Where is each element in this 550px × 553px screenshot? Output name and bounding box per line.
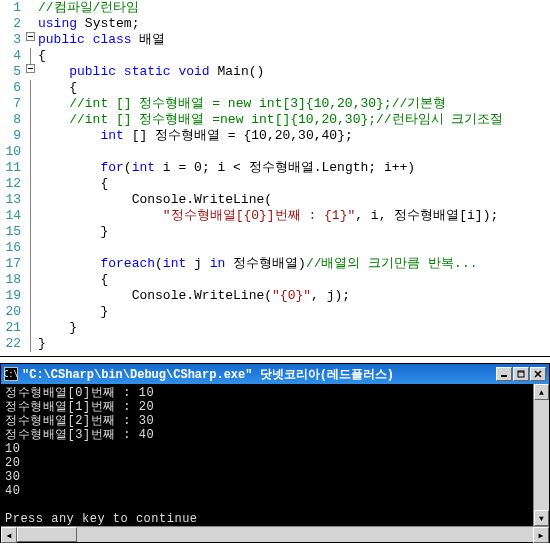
close-button[interactable]	[530, 367, 546, 381]
scrollbar-track[interactable]	[77, 527, 533, 542]
code-content[interactable]: //컴파일/런타임	[38, 0, 550, 16]
code-content[interactable]: {	[38, 176, 550, 192]
console-line	[5, 498, 531, 512]
token	[38, 256, 100, 271]
code-line[interactable]: 17 foreach(int j in 정수형배열)//배열의 크기만큼 반복.…	[0, 256, 550, 272]
code-line[interactable]: 3public class 배열	[0, 32, 550, 48]
code-content[interactable]: for(int i = 0; i < 정수형배열.Length; i++)	[38, 160, 550, 176]
code-content[interactable]: //int [] 정수형배열 =new int[]{10,20,30};//런타…	[38, 112, 550, 128]
code-line[interactable]: 22}	[0, 336, 550, 352]
console-line: 20	[5, 456, 531, 470]
line-number: 1	[0, 0, 22, 16]
token: 정수형배열	[249, 160, 314, 175]
token: }	[38, 304, 108, 319]
fold-gutter	[22, 112, 38, 128]
scroll-down-button[interactable]: ▼	[534, 510, 549, 526]
code-content[interactable]: {	[38, 80, 550, 96]
token: [i]);	[459, 208, 498, 223]
code-line[interactable]: 14 "정수형배열[{0}]번째 : {1}", i, 정수형배열[i]);	[0, 208, 550, 224]
code-line[interactable]: 4{	[0, 48, 550, 64]
code-content[interactable]: }	[38, 320, 550, 336]
fold-gutter[interactable]	[22, 64, 38, 73]
code-line[interactable]: 18 {	[0, 272, 550, 288]
code-content[interactable]: int [] 정수형배열 = {10,20,30,40};	[38, 128, 550, 144]
code-line[interactable]: 5 public static void Main()	[0, 64, 550, 80]
code-line[interactable]: 13 Console.WriteLine(	[0, 192, 550, 208]
token: .WriteLine(	[186, 192, 272, 207]
token: //배열의 크기만큼 반복...	[306, 256, 478, 271]
token: ,	[290, 128, 298, 143]
code-line[interactable]: 16	[0, 240, 550, 256]
token	[38, 160, 100, 175]
token	[38, 64, 69, 79]
token: = {	[220, 128, 251, 143]
console-line: 정수형배열[3]번째 : 40	[5, 428, 531, 442]
fold-toggle-icon[interactable]	[26, 32, 35, 41]
code-content[interactable]: public class 배열	[38, 32, 550, 48]
token: Main()	[218, 64, 265, 79]
code-content[interactable]: }	[38, 336, 550, 352]
code-content[interactable]: public static void Main()	[38, 64, 550, 80]
scroll-left-button[interactable]: ◀	[1, 527, 17, 543]
code-content[interactable]: {	[38, 272, 550, 288]
token: 30	[298, 128, 314, 143]
token: ,	[314, 128, 322, 143]
token: ;	[132, 16, 140, 31]
code-line[interactable]: 7 //int [] 정수형배열 = new int[3]{10,20,30};…	[0, 96, 550, 112]
code-line[interactable]: 1//컴파일/런타임	[0, 0, 550, 16]
fold-guide-line	[30, 176, 31, 192]
token: 0	[194, 160, 202, 175]
scrollbar-thumb[interactable]	[17, 527, 77, 542]
console-output[interactable]: 정수형배열[0]번째 : 10정수형배열[1]번째 : 20정수형배열[2]번째…	[1, 384, 549, 526]
code-line[interactable]: 21 }	[0, 320, 550, 336]
fold-gutter[interactable]	[22, 32, 38, 41]
code-content[interactable]: }	[38, 304, 550, 320]
code-line[interactable]: 9 int [] 정수형배열 = {10,20,30,40};	[0, 128, 550, 144]
code-content[interactable]: Console.WriteLine("{0}", j);	[38, 288, 550, 304]
code-content[interactable]: foreach(int j in 정수형배열)//배열의 크기만큼 반복...	[38, 256, 550, 272]
code-line[interactable]: 20 }	[0, 304, 550, 320]
token: {	[38, 176, 108, 191]
code-line[interactable]: 2using System;	[0, 16, 550, 32]
code-content[interactable]: using System;	[38, 16, 550, 32]
code-content[interactable]: {	[38, 48, 550, 64]
token: for	[100, 160, 123, 175]
code-line[interactable]: 8 //int [] 정수형배열 =new int[]{10,20,30};//…	[0, 112, 550, 128]
fold-gutter	[22, 240, 38, 256]
fold-toggle-icon[interactable]	[26, 64, 35, 73]
titlebar[interactable]: C:\ "C:\CSharp\bin\Debug\CSharp.exe" 닷넷코…	[1, 364, 549, 384]
token	[38, 192, 132, 207]
code-line[interactable]: 19 Console.WriteLine("{0}", j);	[0, 288, 550, 304]
fold-gutter	[22, 144, 38, 160]
line-number: 10	[0, 144, 22, 160]
fold-guide-line	[30, 112, 31, 128]
token: //int [] 정수형배열 =new int[]{10,20,30};//런타…	[69, 112, 503, 127]
line-number: 8	[0, 112, 22, 128]
token: int	[163, 256, 186, 271]
horizontal-scrollbar[interactable]: ◀ ▶	[1, 526, 549, 542]
code-content[interactable]: //int [] 정수형배열 = new int[3]{10,20,30};//…	[38, 96, 550, 112]
fold-gutter	[22, 272, 38, 288]
vertical-scrollbar[interactable]: ▲ ▼	[533, 384, 549, 526]
token: //int [] 정수형배열 = new int[3]{10,20,30};//…	[69, 96, 446, 111]
code-line[interactable]: 15 }	[0, 224, 550, 240]
fold-gutter	[22, 192, 38, 208]
minimize-button[interactable]	[496, 367, 512, 381]
fold-gutter	[22, 160, 38, 176]
code-line[interactable]: 6 {	[0, 80, 550, 96]
code-line[interactable]: 10	[0, 144, 550, 160]
token: {	[38, 80, 77, 95]
scroll-up-button[interactable]: ▲	[534, 384, 549, 400]
fold-gutter	[22, 96, 38, 112]
scrollbar-track[interactable]	[534, 400, 549, 510]
code-editor[interactable]: 1//컴파일/런타임2using System;3public class 배열…	[0, 0, 550, 357]
console-line: 10	[5, 442, 531, 456]
code-line[interactable]: 11 for(int i = 0; i < 정수형배열.Length; i++)	[0, 160, 550, 176]
code-line[interactable]: 12 {	[0, 176, 550, 192]
maximize-button[interactable]	[513, 367, 529, 381]
line-number: 7	[0, 96, 22, 112]
code-content[interactable]: Console.WriteLine(	[38, 192, 550, 208]
code-content[interactable]: }	[38, 224, 550, 240]
scroll-right-button[interactable]: ▶	[533, 527, 549, 543]
code-content[interactable]: "정수형배열[{0}]번째 : {1}", i, 정수형배열[i]);	[38, 208, 550, 224]
